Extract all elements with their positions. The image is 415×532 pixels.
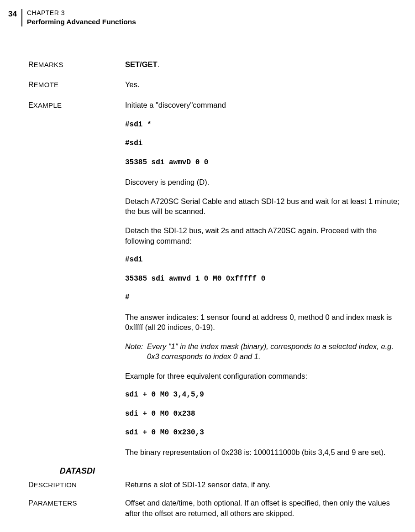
note-body: Every "1" in the index mask (binary), co… (147, 341, 400, 362)
header-divider (21, 9, 22, 26)
label-initial: R (28, 81, 34, 89)
label-initial: P (28, 499, 33, 507)
content-area-2: DESCRIPTION Returns a slot of SDI-12 sen… (0, 480, 415, 518)
remarks-row: REMARKS SET/GET. (28, 59, 402, 69)
chapter-title: Performing Advanced Functions (27, 18, 136, 26)
body-text: Discovery is pending (D). (125, 177, 402, 187)
remarks-value-after: . (158, 60, 160, 68)
parameters-row: PARAMETERS Offset and date/time, both op… (28, 498, 402, 518)
example-block: #sdi * #sdi 35385 sdi awmvD 0 0 Discover… (0, 120, 415, 457)
content-area: REMARKS SET/GET. REMOTE Yes. EXAMPLE Ini… (0, 26, 415, 110)
remote-row: REMOTE Yes. (28, 79, 402, 89)
example-label: EXAMPLE (28, 101, 125, 110)
remarks-label: REMARKS (28, 61, 125, 69)
label-initial: E (28, 101, 33, 109)
cmd-line: sdi + 0 M0 3,4,5,9 (125, 390, 402, 400)
body-text: The answer indicates: 1 sensor found at … (125, 312, 402, 333)
label-rest: EMOTE (34, 81, 59, 89)
label-initial: D (28, 481, 34, 489)
description-row: DESCRIPTION Returns a slot of SDI-12 sen… (28, 480, 402, 490)
header-text-block: CHAPTER 3 Performing Advanced Functions (27, 9, 136, 26)
remote-label: REMOTE (28, 81, 125, 89)
label-rest: ARAMETERS (33, 499, 77, 507)
body-text: Example for three equivalent configurati… (125, 371, 402, 381)
cmd-line: sdi + 0 M0 0x230,3 (125, 428, 402, 438)
label-rest: EMARKS (34, 61, 63, 68)
cmd-line: 35385 sdi awmvd 1 0 M0 0xfffff 0 (125, 274, 402, 284)
page-header: 34 CHAPTER 3 Performing Advanced Functio… (0, 0, 415, 26)
cmd-line: # (125, 293, 402, 303)
body-text: Detach A720SC Serial Cable and attach SD… (125, 196, 402, 217)
cmd-line: #sdi (125, 139, 402, 149)
cmd-line: #sdi * (125, 120, 402, 130)
remarks-value: SET/GET. (125, 59, 402, 69)
remote-value: Yes. (125, 79, 402, 89)
body-text: Detach the SDI-12 bus, wait 2s and attac… (125, 225, 402, 246)
label-initial: R (28, 61, 34, 68)
section-heading-datasdi: DATASDI (11, 466, 95, 476)
page-number: 34 (0, 9, 21, 19)
cmd-line: sdi + 0 M0 0x238 (125, 409, 402, 419)
parameters-value: Offset and date/time, both optional. If … (125, 498, 402, 518)
body-text: The binary representation of 0x238 is: 1… (125, 447, 402, 457)
note-text: Note:Every "1" in the index mask (binary… (125, 341, 402, 362)
example-row: EXAMPLE Initiate a "discovery"command (28, 100, 402, 110)
cmd-line: #sdi (125, 255, 402, 265)
remarks-value-bold: SET/GET (125, 60, 158, 68)
description-label: DESCRIPTION (28, 481, 125, 489)
cmd-line: 35385 sdi awmvD 0 0 (125, 158, 402, 168)
chapter-label: CHAPTER 3 (27, 9, 136, 16)
description-value: Returns a slot of SDI-12 sensor data, if… (125, 480, 402, 490)
note-label: Note: (125, 341, 147, 351)
label-rest: XAMPLE (33, 101, 62, 109)
example-value: Initiate a "discovery"command (125, 100, 402, 110)
label-rest: ESCRIPTION (34, 481, 77, 489)
parameters-label: PARAMETERS (28, 499, 125, 507)
